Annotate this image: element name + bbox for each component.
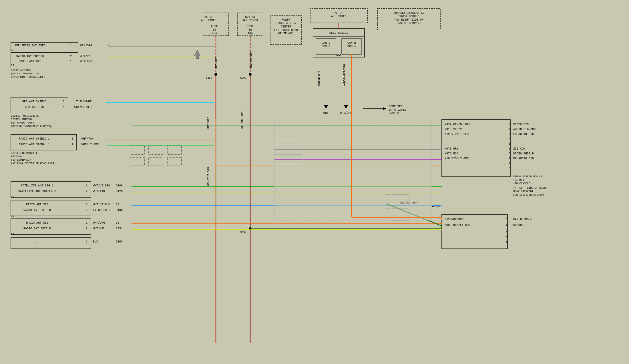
svg-text:3: 3 — [506, 229, 508, 232]
svg-text:CENTER: CENTER — [281, 25, 291, 28]
svg-text:WHT/LT BLU: WHT/LT BLU — [93, 203, 110, 206]
svg-text:10A: 10A — [248, 32, 253, 35]
svg-text:LT BLU/WHT: LT BLU/WHT — [74, 100, 91, 103]
svg-text:1: 1 — [86, 203, 87, 206]
svg-text:D5: D5 — [116, 221, 119, 224]
svg-text:AMPLIFIED ANT FEED: AMPLIFIED ANT FEED — [15, 44, 45, 47]
svg-text:(W/ DVD): (W/ DVD) — [513, 179, 526, 182]
svg-text:VIDEO SIG: VIDEO SIG — [513, 123, 529, 126]
svg-text:7: 7 — [509, 152, 511, 155]
svg-text:2: 2 — [70, 55, 72, 58]
svg-text:GRY/YLT GRN: GRY/YLT GRN — [207, 167, 210, 186]
svg-text:1: 1 — [86, 221, 87, 224]
svg-text:3: 3 — [509, 133, 511, 136]
svg-text:WHT/LT GRN: WHT/LT GRN — [93, 184, 110, 187]
svg-text:WHT: WHT — [323, 112, 329, 115]
svg-text:2: 2 — [63, 100, 65, 103]
svg-text:POWER MODULE: POWER MODULE — [399, 15, 419, 18]
svg-text:RADIO ANT SHIELD: RADIO ANT SHIELD — [23, 209, 51, 212]
svg-text:SATELLITE RADIO 1: SATELLITE RADIO 1 — [11, 152, 37, 155]
svg-text:C4: C4 — [11, 233, 14, 236]
svg-text:1: 1 — [506, 218, 508, 221]
svg-text:C5: C5 — [11, 215, 14, 218]
diagram-container: HOT AT ALL TIMES FUSE 36 20A HOT AT ALL … — [0, 0, 629, 364]
svg-text:(W/ NAVIGATION): (W/ NAVIGATION) — [11, 122, 34, 124]
svg-text:(EXCEPT MAGNUM: ON: (EXCEPT MAGNUM: ON — [11, 72, 39, 75]
svg-text:D931: D931 — [116, 227, 123, 230]
svg-text:RED/DK GRN: RED/DK GRN — [249, 51, 252, 69]
svg-text:ALL TIMES: ALL TIMES — [201, 19, 216, 22]
svg-text:C1: C1 — [11, 64, 14, 67]
svg-text:38: 38 — [248, 28, 252, 31]
svg-text:D106: D106 — [116, 240, 123, 243]
svg-text:X973  GRY: X973 GRY — [445, 147, 458, 150]
svg-text:2: 2 — [71, 137, 73, 140]
svg-text:HOT AT: HOT AT — [204, 15, 214, 19]
svg-text:36: 36 — [213, 28, 216, 31]
svg-text:NEAR BREAKOUT: NEAR BREAKOUT — [513, 190, 534, 193]
svg-text:DATA LINES: DATA LINES — [389, 108, 406, 112]
svg-text:WHT/YEL: WHT/YEL — [93, 227, 105, 230]
svg-text:9: 9 — [509, 162, 511, 165]
svg-text:1: 1 — [70, 60, 72, 63]
svg-text:WHT/ORG: WHT/ORG — [340, 112, 352, 115]
svg-text:4: 4 — [509, 138, 511, 141]
svg-text:RADIO ANT SHIELD: RADIO ANT SHIELD — [16, 55, 44, 58]
svg-text:D126: D126 — [116, 190, 123, 193]
svg-text:GPS ANT SHIELD: GPS ANT SHIELD — [22, 100, 46, 103]
svg-text:(IN CONSOLE): (IN CONSOLE) — [513, 182, 532, 185]
svg-text:X974  GRY/DK GRN: X974 GRY/DK GRN — [445, 123, 470, 126]
svg-text:(AT RIGHT SIDE OF: (AT RIGHT SIDE OF — [394, 18, 423, 21]
svg-text:D106: D106 — [116, 184, 123, 187]
svg-text:FOR IGNITION SWITCH): FOR IGNITION SWITCH) — [513, 194, 544, 196]
svg-text:D54  WHT: D54 WHT — [318, 71, 321, 83]
svg-text:D8: D8 — [116, 203, 119, 206]
svg-text:SIG COM: SIG COM — [513, 147, 525, 150]
svg-point-115 — [214, 73, 217, 76]
svg-text:WHT/YEL: WHT/YEL — [80, 55, 92, 58]
svg-text:LH AUDIO SIG: LH AUDIO SIG — [513, 133, 534, 136]
svg-text:C2: C2 — [11, 49, 14, 52]
svg-text:WHT/LT BLU: WHT/LT BLU — [74, 106, 91, 109]
svg-text:8: 8 — [509, 157, 511, 160]
svg-text:AUDIO SIG COM: AUDIO SIG COM — [513, 128, 536, 131]
svg-text:SATELLITE ANT SIG 1: SATELLITE ANT SIG 1 — [21, 184, 53, 187]
svg-text:2: 2 — [86, 209, 87, 212]
svg-text:SATELLITE ANT SHIELD 1: SATELLITE ANT SHIELD 1 — [18, 190, 56, 193]
svg-text:5: 5 — [509, 142, 511, 146]
svg-text:ELECTRONICS: ELECTRONICS — [329, 31, 348, 35]
svg-text:SYSTEM: SYSTEM — [389, 112, 399, 115]
svg-text:RADIO ANT SIG: RADIO ANT SIG — [26, 203, 48, 206]
svg-text:2: 2 — [509, 128, 511, 131]
svg-text:10: 10 — [509, 167, 512, 170]
svg-text:ALL TIMES: ALL TIMES — [331, 15, 347, 18]
svg-text:S202: S202 — [240, 77, 246, 79]
svg-text:1: 1 — [86, 184, 87, 187]
svg-text:X18   VIO/LT GRN: X18 VIO/LT GRN — [445, 157, 469, 160]
svg-text:X918  VIO/YEL: X918 VIO/YEL — [445, 128, 465, 131]
svg-text:D55   WHT/ORG: D55 WHT/ORG — [445, 218, 463, 221]
svg-text:RED/ORG: RED/ORG — [215, 57, 218, 69]
svg-text:BUS ⊖: BUS ⊖ — [322, 45, 330, 48]
svg-text:(IF EQUIPPED): (IF EQUIPPED) — [11, 159, 31, 162]
svg-text:20A: 20A — [212, 32, 217, 35]
svg-text:GLOBAL POSITIONING: GLOBAL POSITIONING — [11, 115, 39, 118]
svg-text:HOT AT: HOT AT — [245, 15, 255, 19]
svg-text:2: 2 — [86, 190, 87, 193]
svg-text:...: ... — [35, 240, 40, 243]
svg-text:VIDEO SHIELD: VIDEO SHIELD — [513, 152, 534, 155]
svg-text:1: 1 — [86, 240, 87, 243]
svg-text:S399: S399 — [206, 77, 212, 79]
svg-text:2: 2 — [506, 224, 508, 227]
svg-text:(AT LEFT SIDE OF DASH,: (AT LEFT SIDE OF DASH, — [513, 187, 547, 190]
svg-text:HOT AT: HOT AT — [334, 11, 344, 15]
svg-text:RADIO ANTENNA: RADIO ANTENNA — [11, 69, 31, 72]
svg-text:D108: D108 — [116, 209, 123, 212]
svg-text:1: 1 — [70, 44, 72, 47]
svg-text:WHT/TAN: WHT/TAN — [81, 137, 93, 140]
svg-text:CAN B: CAN B — [322, 41, 330, 45]
svg-text:1: 1 — [509, 123, 511, 126]
svg-text:TOTALLY INTEGRATED: TOTALLY INTEGRATED — [393, 11, 424, 15]
svg-point-117 — [249, 73, 252, 76]
svg-text:GPS ANT SIG: GPS ANT SIG — [25, 106, 44, 109]
